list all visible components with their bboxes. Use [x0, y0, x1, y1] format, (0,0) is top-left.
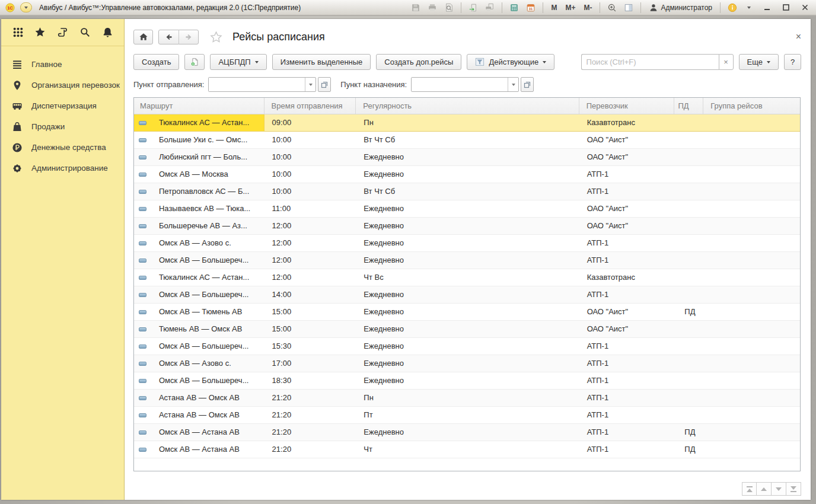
cell-pd[interactable]: ПД [674, 441, 703, 458]
cell-route[interactable]: Тюмень АВ — Омск АВ [152, 321, 264, 337]
table-row[interactable]: Омск АВ — Тюмень АВ 15:00 Ежедневно ОАО … [134, 304, 800, 321]
cell-group[interactable] [703, 235, 800, 251]
cell-regularity[interactable]: Ежедневно [356, 218, 579, 234]
cell-group[interactable] [703, 407, 800, 423]
cell-route[interactable]: Любинский пгт — Боль... [152, 149, 264, 165]
column-header-pd[interactable]: ПД [674, 98, 703, 114]
cell-pd[interactable] [674, 407, 703, 423]
cell-route[interactable]: Астана АВ — Омск АВ [152, 407, 264, 423]
cell-group[interactable] [703, 114, 800, 131]
cell-time[interactable]: 14:00 [264, 286, 356, 303]
main-menu-caret-button[interactable] [20, 2, 32, 12]
table-row[interactable]: Большие Уки с. — Омс... 10:00 Вт Чт Сб О… [134, 132, 800, 149]
sidebar-item-administration[interactable]: Администрирование [1, 158, 124, 178]
column-header-route[interactable]: Маршрут [134, 98, 264, 114]
table-row[interactable]: Омск АВ — Москва 10:00 Ежедневно АТП-1 [134, 166, 800, 183]
cell-route[interactable]: Омск АВ — Азово с. [152, 235, 264, 251]
table-row[interactable]: Омск АВ — Большереч... 15:30 Ежедневно А… [134, 338, 800, 355]
cell-pd[interactable] [674, 372, 703, 389]
cell-carrier[interactable]: АТП-1 [579, 183, 675, 200]
cell-time[interactable]: 10:00 [264, 132, 356, 148]
cell-pd[interactable] [674, 132, 703, 148]
table-row[interactable]: Любинский пгт — Боль... 10:00 Ежедневно … [134, 149, 800, 166]
cell-time[interactable]: 21:20 [264, 424, 356, 441]
cell-regularity[interactable]: Ежедневно [356, 252, 579, 269]
destination-dropdown-button[interactable] [508, 78, 518, 91]
cell-carrier[interactable]: АТП-1 [579, 407, 675, 423]
cell-regularity[interactable]: Ежедневно [356, 149, 579, 165]
column-header-time[interactable]: Время отправления [264, 98, 356, 114]
cell-carrier[interactable]: Казавтотранс [579, 114, 675, 131]
sidebar-item-main[interactable]: Главное [1, 54, 124, 75]
memory-button[interactable]: M [549, 4, 559, 12]
cell-route[interactable]: Омск АВ — Большереч... [152, 338, 264, 355]
cell-regularity[interactable]: Ежедневно [356, 200, 579, 217]
cell-route[interactable]: Большеречье АВ — Аз... [152, 218, 264, 234]
cell-regularity[interactable]: Вт Чт Сб [356, 132, 579, 148]
cell-carrier[interactable]: ОАО "Аист" [579, 218, 675, 234]
edit-selected-button[interactable]: Изменить выделенные [272, 54, 371, 70]
cell-group[interactable] [703, 200, 800, 217]
cell-pd[interactable]: ПД [674, 424, 703, 441]
cell-regularity[interactable]: Пн [356, 114, 579, 131]
table-row[interactable]: Большеречье АВ — Аз... 12:00 Ежедневно О… [134, 218, 800, 235]
table-row[interactable]: Петропавловск АС — Б... 10:00 Вт Чт Сб А… [134, 183, 800, 200]
current-user[interactable]: Администратор [646, 2, 715, 14]
cell-group[interactable] [703, 166, 800, 183]
acbpdp-button[interactable]: АЦБПДП [210, 54, 266, 70]
forward-button[interactable] [179, 30, 198, 44]
sidebar-item-transport-org[interactable]: Организация перевозок [1, 75, 124, 95]
cell-time[interactable]: 09:00 [264, 114, 356, 131]
cell-carrier[interactable]: АТП-1 [579, 372, 675, 389]
home-button[interactable] [133, 30, 153, 44]
cell-route[interactable]: Тюкалинск АС — Астан... [152, 114, 264, 131]
cell-carrier[interactable]: АТП-1 [579, 390, 675, 406]
copy-button[interactable] [184, 54, 205, 70]
cell-time[interactable]: 15:00 [264, 304, 356, 320]
table-row[interactable]: Астана АВ — Омск АВ 21:20 Пн АТП-1 [134, 390, 800, 407]
cell-group[interactable] [703, 286, 800, 303]
cell-time[interactable]: 15:30 [264, 338, 356, 355]
favorites-star-icon[interactable] [34, 26, 47, 39]
cell-regularity[interactable]: Чт Вс [356, 269, 579, 286]
cell-time[interactable]: 12:00 [264, 218, 356, 234]
cell-pd[interactable] [674, 252, 703, 269]
cell-regularity[interactable]: Ежедневно [356, 321, 579, 337]
cell-route[interactable]: Тюкалинск АС — Астан... [152, 269, 264, 286]
destination-input[interactable] [412, 78, 508, 91]
calendar-icon[interactable]: 31 [524, 2, 537, 14]
cell-group[interactable] [703, 183, 800, 200]
cell-group[interactable] [703, 149, 800, 165]
save-icon[interactable] [409, 2, 422, 14]
cell-route[interactable]: Большие Уки с. — Омс... [152, 132, 264, 148]
cell-group[interactable] [703, 424, 800, 441]
cell-carrier[interactable]: АТП-1 [579, 441, 675, 458]
cell-pd[interactable] [674, 183, 703, 200]
column-header-group[interactable]: Группа рейсов [703, 98, 800, 114]
cell-time[interactable]: 12:00 [264, 235, 356, 251]
search-icon[interactable] [78, 26, 91, 39]
table-row[interactable]: Омск АВ — Большереч... 12:00 Ежедневно А… [134, 252, 800, 269]
cell-route[interactable]: Омск АВ — Астана АВ [152, 424, 264, 441]
table-row[interactable]: Омск АВ — Азово с. 12:00 Ежедневно АТП-1 [134, 235, 800, 252]
info-icon[interactable] [726, 2, 739, 14]
cell-time[interactable]: 12:00 [264, 252, 356, 269]
column-header-regularity[interactable]: Регулярность [356, 98, 579, 114]
go-previous-button[interactable] [757, 482, 772, 496]
cell-carrier[interactable]: АТП-1 [579, 166, 675, 183]
cell-group[interactable] [703, 252, 800, 269]
help-button[interactable]: ? [784, 54, 801, 70]
cell-carrier[interactable]: ОАО "Аист" [579, 304, 675, 320]
cell-pd[interactable]: ПД [674, 304, 703, 320]
send-document-icon[interactable] [467, 2, 480, 14]
table-row[interactable]: Омск АВ — Азово с. 17:00 Ежедневно АТП-1 [134, 355, 800, 372]
sidebar-item-dispatching[interactable]: Диспетчеризация [1, 95, 124, 116]
sidebar-item-money[interactable]: Денежные средства [1, 137, 124, 158]
notifications-bell-icon[interactable] [101, 26, 114, 39]
cell-group[interactable] [703, 304, 800, 320]
cell-carrier[interactable]: ОАО "Аист" [579, 132, 675, 148]
cell-route[interactable]: Астана АВ — Омск АВ [152, 390, 264, 406]
destination-open-button[interactable] [521, 77, 534, 92]
cell-route[interactable]: Омск АВ — Большереч... [152, 286, 264, 303]
cell-route[interactable]: Омск АВ — Большереч... [152, 372, 264, 389]
